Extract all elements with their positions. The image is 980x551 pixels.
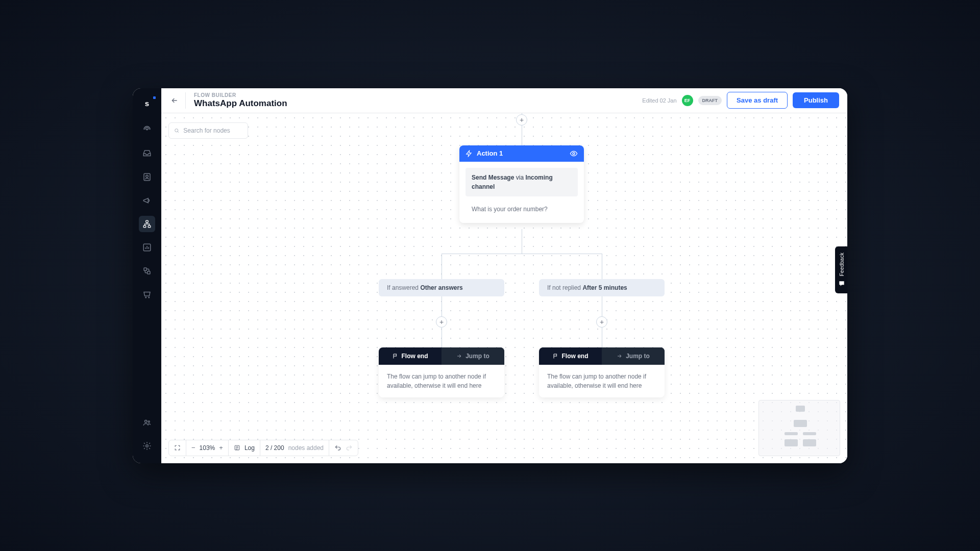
connector xyxy=(522,229,522,254)
sidebar: s xyxy=(133,88,161,463)
publish-button[interactable]: Publish xyxy=(793,92,839,108)
nav-analytics-icon[interactable] xyxy=(139,239,155,256)
zoom-in-button[interactable]: + xyxy=(219,444,223,452)
nav-apps-icon[interactable] xyxy=(139,263,155,279)
feedback-tab[interactable]: Feedback xyxy=(835,246,847,293)
feedback-icon xyxy=(838,280,845,287)
minimap[interactable] xyxy=(758,400,840,456)
nav-shop-icon[interactable] xyxy=(139,286,155,303)
action-title: Action 1 xyxy=(477,149,503,157)
jumpto-tab[interactable]: Jump to xyxy=(602,347,665,365)
bolt-icon xyxy=(465,150,473,157)
svg-point-11 xyxy=(145,420,148,422)
undo-button[interactable] xyxy=(334,444,341,452)
flag-icon xyxy=(553,353,559,359)
svg-rect-8 xyxy=(148,271,150,273)
nav-team-icon[interactable] xyxy=(139,414,155,431)
edited-label: Edited 02 Jan xyxy=(642,97,676,104)
branch-label-left[interactable]: If answered Other answers xyxy=(379,279,504,296)
svg-rect-7 xyxy=(144,268,146,270)
redirect-icon xyxy=(617,353,623,359)
flowend-card-left[interactable]: Flow end Jump to The flow can jump to an… xyxy=(379,347,504,397)
zoom-out-button[interactable]: − xyxy=(191,444,195,452)
search-icon xyxy=(174,128,179,134)
svg-rect-5 xyxy=(148,226,151,228)
add-node-button[interactable]: + xyxy=(516,114,527,126)
nav-settings-icon[interactable] xyxy=(139,438,155,454)
search-box[interactable] xyxy=(168,122,248,139)
branch-label-right[interactable]: If not replied After 5 minutes xyxy=(539,279,665,296)
log-button[interactable]: Log xyxy=(229,440,260,456)
svg-rect-3 xyxy=(146,220,149,222)
breadcrumb: FLOW BUILDER xyxy=(194,92,287,98)
redirect-icon xyxy=(456,353,462,359)
connector xyxy=(442,254,442,347)
flow-canvas[interactable]: + Action 1 Send Message via Incoming cha… xyxy=(161,113,847,463)
zoom-level: 103% xyxy=(200,444,215,452)
action-config: Send Message via Incoming channel xyxy=(465,168,578,196)
app-window: s xyxy=(133,88,847,463)
svg-point-9 xyxy=(145,297,146,298)
nav-campaign-icon[interactable] xyxy=(139,192,155,209)
main-area: FLOW BUILDER WhatsApp Automation Edited … xyxy=(161,88,847,463)
visibility-icon[interactable] xyxy=(570,149,578,158)
fullscreen-button[interactable] xyxy=(174,444,181,451)
add-node-button[interactable]: + xyxy=(596,316,607,328)
svg-point-15 xyxy=(573,153,575,155)
flowend-tab[interactable]: Flow end xyxy=(539,347,602,365)
redo-button[interactable] xyxy=(346,444,353,452)
action-message: What is your order number? xyxy=(465,202,578,217)
nav-contacts-icon[interactable] xyxy=(139,169,155,185)
svg-point-0 xyxy=(146,129,148,130)
flowend-tab[interactable]: Flow end xyxy=(379,347,442,365)
connector xyxy=(602,254,602,347)
nav-broadcast-icon[interactable] xyxy=(139,122,155,138)
flowend-body: The flow can jump to another node if ava… xyxy=(539,365,665,397)
svg-rect-4 xyxy=(143,226,146,228)
log-icon xyxy=(234,444,240,451)
logo: s xyxy=(141,97,153,110)
connector xyxy=(442,254,602,254)
svg-point-13 xyxy=(146,444,149,447)
nav-flows-icon[interactable] xyxy=(139,216,155,232)
svg-point-12 xyxy=(148,421,150,422)
svg-point-14 xyxy=(175,129,178,132)
back-button[interactable] xyxy=(169,92,186,109)
avatar[interactable]: EF xyxy=(682,95,693,106)
svg-point-2 xyxy=(146,175,149,178)
flowend-card-right[interactable]: Flow end Jump to The flow can jump to an… xyxy=(539,347,665,397)
search-input[interactable] xyxy=(183,127,242,134)
topbar: FLOW BUILDER WhatsApp Automation Edited … xyxy=(161,88,847,113)
flowend-body: The flow can jump to another node if ava… xyxy=(379,365,504,397)
action-card[interactable]: Action 1 Send Message via Incoming chann… xyxy=(459,145,584,223)
status-badge: DRAFT xyxy=(698,96,722,105)
nav-inbox-icon[interactable] xyxy=(139,145,155,162)
add-node-button[interactable]: + xyxy=(436,316,447,328)
save-draft-button[interactable]: Save as draft xyxy=(727,92,788,109)
node-count: 2 / 200 nodes added xyxy=(260,440,329,456)
page-title: WhatsApp Automation xyxy=(194,98,287,109)
jumpto-tab[interactable]: Jump to xyxy=(442,347,504,365)
flag-icon xyxy=(393,353,399,359)
svg-point-10 xyxy=(149,297,150,298)
bottom-toolbar: − 103% + Log 2 / 200 nodes added xyxy=(168,440,358,456)
